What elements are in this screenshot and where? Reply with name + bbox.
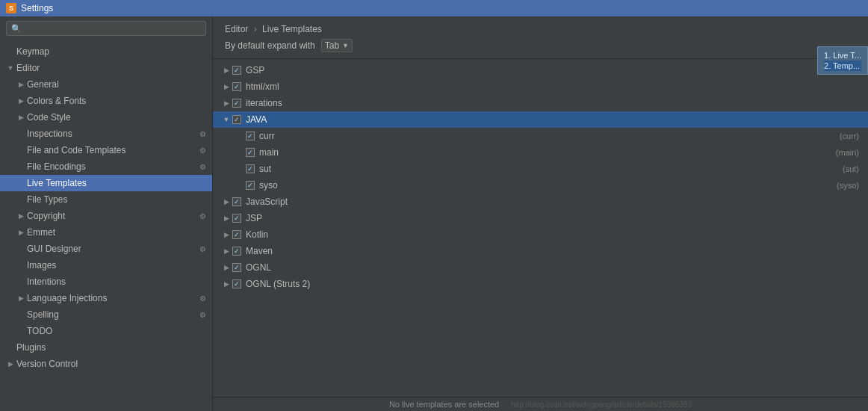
editor-label: Editor — [16, 63, 206, 73]
jsp-checkbox[interactable]: ✓ — [232, 214, 241, 223]
gui-designer-arrow — [16, 244, 25, 253]
template-group-javascript[interactable]: ▶ ✓ JavaScript — [213, 194, 868, 210]
java-checkbox[interactable]: ✓ — [232, 115, 241, 124]
iterations-arrow-icon: ▶ — [222, 99, 231, 108]
search-icon: 🔍 — [11, 24, 22, 34]
sidebar: 🔍 Keymap ▼ Editor ▶ General ▶ Colors & F — [0, 16, 213, 411]
template-group-ognl[interactable]: ▶ ✓ OGNL — [213, 259, 868, 276]
live-templates-arrow — [16, 179, 25, 188]
search-input[interactable] — [25, 23, 201, 34]
sidebar-item-general[interactable]: ▶ General — [0, 76, 212, 93]
expand-dropdown[interactable]: Tab ▼ — [321, 39, 353, 52]
sidebar-item-code-style[interactable]: ▶ Code Style — [0, 109, 212, 126]
plugins-label: Plugins — [16, 342, 206, 353]
options-row: By default expand with Tab ▼ — [225, 39, 856, 52]
gsp-checkbox[interactable]: ✓ — [232, 66, 241, 75]
sidebar-item-keymap[interactable]: Keymap — [0, 43, 212, 60]
main-abbr: (main) — [836, 148, 859, 157]
iterations-checkbox[interactable]: ✓ — [232, 99, 241, 108]
sidebar-item-file-code-templates[interactable]: File and Code Templates ⚙ — [0, 142, 212, 158]
sidebar-item-version-control[interactable]: ▶ Version Control — [0, 356, 212, 372]
sidebar-item-inspections[interactable]: Inspections ⚙ — [0, 126, 212, 142]
template-group-gsp[interactable]: ▶ ✓ GSP — [213, 62, 868, 78]
kotlin-checkbox[interactable]: ✓ — [232, 230, 241, 239]
tooltip-item-2[interactable]: 2. Temp... — [824, 61, 861, 71]
sidebar-item-editor[interactable]: ▼ Editor — [0, 60, 212, 76]
emmet-label: Emmet — [27, 227, 206, 238]
copyright-label: Copyright — [27, 211, 199, 221]
file-types-label: File Types — [27, 194, 206, 205]
ognl-struts2-arrow-icon: ▶ — [222, 279, 231, 288]
curr-checkbox[interactable]: ✓ — [246, 132, 255, 140]
title-bar: S Settings — [0, 0, 868, 16]
file-types-arrow — [16, 195, 25, 204]
todo-label: TODO — [27, 326, 206, 336]
inspections-label: Inspections — [27, 129, 199, 139]
status-bar: No live templates are selected http://bl… — [213, 397, 868, 411]
expand-dropdown-value: Tab — [325, 40, 339, 51]
html-xml-checkbox[interactable]: ✓ — [232, 82, 241, 91]
ognl-label: OGNL — [246, 262, 859, 273]
search-box[interactable]: 🔍 — [6, 21, 206, 36]
copyright-arrow: ▶ — [16, 211, 25, 220]
tooltip-popup: 1. Live T... 2. Temp... — [817, 46, 868, 75]
sidebar-item-intentions[interactable]: Intentions — [0, 274, 212, 290]
ognl-checkbox[interactable]: ✓ — [232, 263, 241, 272]
maven-checkbox[interactable]: ✓ — [232, 247, 241, 256]
html-xml-label: html/xml — [246, 81, 859, 92]
colors-fonts-label: Colors & Fonts — [27, 96, 206, 106]
template-group-kotlin[interactable]: ▶ ✓ Kotlin — [213, 226, 868, 243]
template-item-syso[interactable]: ✓ syso (syso) — [213, 177, 868, 194]
kotlin-arrow-icon: ▶ — [222, 230, 231, 239]
sut-checkbox[interactable]: ✓ — [246, 164, 255, 173]
template-item-curr[interactable]: ✓ curr (curr) — [213, 128, 868, 144]
tooltip-item-1[interactable]: 1. Live T... — [824, 50, 861, 61]
sidebar-tree: Keymap ▼ Editor ▶ General ▶ Colors & Fon… — [0, 40, 212, 411]
images-arrow — [16, 261, 25, 270]
template-group-maven[interactable]: ▶ ✓ Maven — [213, 243, 868, 259]
language-injections-label: Language Injections — [27, 293, 199, 303]
iterations-label: iterations — [246, 98, 859, 108]
html-xml-arrow-icon: ▶ — [222, 82, 231, 91]
sidebar-item-live-templates[interactable]: Live Templates — [0, 175, 212, 191]
template-group-iterations[interactable]: ▶ ✓ iterations — [213, 95, 868, 111]
sidebar-item-gui-designer[interactable]: GUI Designer ⚙ — [0, 241, 212, 257]
template-item-sut[interactable]: ✓ sut (sut) — [213, 161, 868, 177]
sidebar-item-plugins[interactable]: Plugins — [0, 339, 212, 356]
code-style-label: Code Style — [27, 112, 206, 123]
sidebar-item-file-encodings[interactable]: File Encodings ⚙ — [0, 158, 212, 175]
content-panel: 1. Live T... 2. Temp... Editor › Live Te… — [213, 16, 868, 411]
version-control-label: Version Control — [16, 359, 206, 369]
template-item-main[interactable]: ✓ main (main) — [213, 144, 868, 161]
intentions-arrow — [16, 277, 25, 286]
template-group-java[interactable]: ▼ ✓ JAVA — [213, 111, 868, 128]
sidebar-item-copyright[interactable]: ▶ Copyright ⚙ — [0, 208, 212, 224]
main-checkbox[interactable]: ✓ — [246, 148, 255, 157]
code-style-arrow: ▶ — [16, 113, 25, 122]
sidebar-item-file-types[interactable]: File Types — [0, 191, 212, 208]
language-injections-gear-icon: ⚙ — [199, 294, 206, 303]
javascript-checkbox[interactable]: ✓ — [232, 197, 241, 206]
keymap-label: Keymap — [16, 46, 206, 57]
file-code-templates-gear-icon: ⚙ — [199, 146, 206, 155]
intentions-label: Intentions — [27, 276, 206, 287]
ognl-struts2-checkbox[interactable]: ✓ — [232, 279, 241, 288]
sidebar-item-spelling[interactable]: Spelling ⚙ — [0, 306, 212, 323]
plugins-arrow — [6, 343, 15, 352]
breadcrumb-live-templates: Live Templates — [262, 24, 322, 34]
sidebar-item-emmet[interactable]: ▶ Emmet — [0, 224, 212, 241]
copyright-gear-icon: ⚙ — [199, 212, 206, 220]
sidebar-item-todo[interactable]: TODO — [0, 323, 212, 339]
gui-designer-gear-icon: ⚙ — [199, 245, 206, 253]
file-code-templates-arrow — [16, 146, 25, 155]
ognl-arrow-icon: ▶ — [222, 263, 231, 272]
template-group-html-xml[interactable]: ▶ ✓ html/xml — [213, 78, 868, 95]
sidebar-item-images[interactable]: Images — [0, 257, 212, 274]
sidebar-item-language-injections[interactable]: ▶ Language Injections ⚙ — [0, 290, 212, 306]
template-group-ognl-struts2[interactable]: ▶ ✓ OGNL (Struts 2) — [213, 276, 868, 292]
curr-abbr: (curr) — [840, 132, 859, 140]
template-group-jsp[interactable]: ▶ ✓ JSP — [213, 210, 868, 226]
sidebar-item-colors-fonts[interactable]: ▶ Colors & Fonts — [0, 93, 212, 109]
live-templates-label: Live Templates — [27, 178, 206, 188]
syso-checkbox[interactable]: ✓ — [246, 181, 255, 190]
